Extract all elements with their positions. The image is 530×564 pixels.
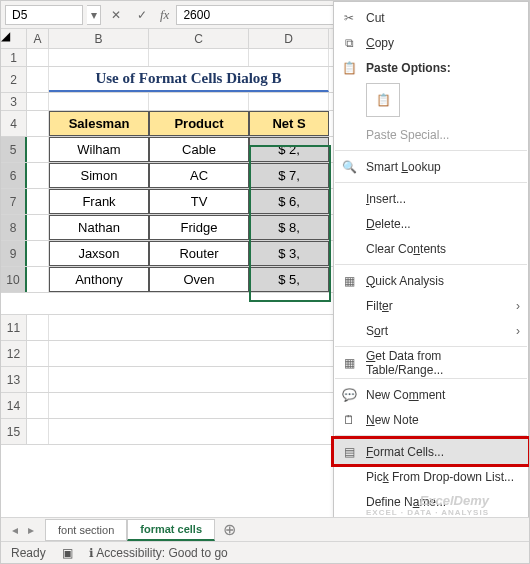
status-ready: Ready <box>11 546 46 560</box>
search-icon: 🔍 <box>340 158 358 176</box>
quick-analysis-icon: ▦ <box>340 272 358 290</box>
row-header[interactable]: 3 <box>1 93 27 110</box>
tab-nav-prev[interactable]: ◂ <box>7 523 23 537</box>
sheet-tabs: ◂ ▸ font section format cells ⊕ <box>1 517 529 541</box>
comment-icon: 💬 <box>340 386 358 404</box>
cell[interactable]: AC <box>149 163 249 188</box>
cell[interactable]: Frank <box>49 189 149 214</box>
col-header-d[interactable]: D <box>249 29 329 48</box>
cell[interactable]: Router <box>149 241 249 266</box>
clipboard-icon: 📋 <box>366 83 400 117</box>
format-cells-icon: ▤ <box>340 443 358 461</box>
status-accessibility[interactable]: ℹ Accessibility: Good to go <box>89 546 228 560</box>
row-header[interactable]: 11 <box>1 315 27 340</box>
cell[interactable]: $ 3, <box>249 241 329 266</box>
paste-icon: 📋 <box>340 59 358 77</box>
copy-icon: ⧉ <box>340 34 358 52</box>
chevron-right-icon: › <box>516 299 520 313</box>
menu-new-note[interactable]: 🗒New Note <box>334 407 528 432</box>
row-header[interactable]: 12 <box>1 341 27 366</box>
select-all-corner[interactable]: ◢ <box>1 29 27 48</box>
menu-sort[interactable]: Sort› <box>334 318 528 343</box>
menu-format-cells[interactable]: ▤Format Cells... <box>334 439 528 464</box>
page-title: Use of Format Cells Dialog B <box>95 70 281 87</box>
cell[interactable]: $ 2, <box>249 137 329 162</box>
cut-icon: ✂ <box>340 9 358 27</box>
menu-paste-special: Paste Special... <box>334 122 528 147</box>
cell[interactable]: Anthony <box>49 267 149 292</box>
menu-pick-dropdown[interactable]: Pick From Drop-down List... <box>334 464 528 489</box>
table-header[interactable]: Net S <box>249 111 329 136</box>
menu-paste-option-default: 📋 <box>334 80 528 122</box>
menu-new-comment[interactable]: 💬New Comment <box>334 382 528 407</box>
sheet-tab-format-cells[interactable]: format cells <box>127 519 215 541</box>
row-header[interactable]: 10 <box>1 267 27 292</box>
row-header[interactable]: 4 <box>1 111 27 136</box>
menu-quick-analysis[interactable]: ▦Quick Analysis <box>334 268 528 293</box>
menu-delete[interactable]: Delete... <box>334 211 528 236</box>
sheet-tab-font-section[interactable]: font section <box>45 519 127 541</box>
tab-nav-next[interactable]: ▸ <box>23 523 39 537</box>
menu-cut[interactable]: ✂Cut <box>334 5 528 30</box>
row-header[interactable]: 14 <box>1 393 27 418</box>
cell[interactable]: Nathan <box>49 215 149 240</box>
name-box-dropdown[interactable]: ▾ <box>87 5 101 25</box>
menu-define-name[interactable]: Define Name... <box>334 489 528 514</box>
menu-filter[interactable]: Filter› <box>334 293 528 318</box>
menu-get-data-table[interactable]: ▦Get Data from Table/Range... <box>334 350 528 375</box>
row-header[interactable]: 9 <box>1 241 27 266</box>
row-header[interactable]: 15 <box>1 419 27 444</box>
col-header-a[interactable]: A <box>27 29 49 48</box>
cancel-fx-button[interactable]: ✕ <box>105 5 127 25</box>
menu-smart-lookup[interactable]: 🔍Smart Lookup <box>334 154 528 179</box>
cell[interactable]: Simon <box>49 163 149 188</box>
row-header[interactable]: 2 <box>1 67 27 92</box>
menu-paste-options-label: 📋Paste Options: <box>334 55 528 80</box>
row-header[interactable]: 6 <box>1 163 27 188</box>
menu-clear-contents[interactable]: Clear Contents <box>334 236 528 261</box>
row-header[interactable]: 13 <box>1 367 27 392</box>
table-icon: ▦ <box>340 354 358 372</box>
status-bar: Ready ▣ ℹ Accessibility: Good to go <box>1 541 529 563</box>
menu-insert[interactable]: Insert... <box>334 186 528 211</box>
col-header-c[interactable]: C <box>149 29 249 48</box>
cell[interactable]: Wilham <box>49 137 149 162</box>
macro-record-icon[interactable]: ▣ <box>62 546 73 560</box>
table-header[interactable]: Product <box>149 111 249 136</box>
row-header[interactable]: 5 <box>1 137 27 162</box>
menu-copy[interactable]: ⧉Copy <box>334 30 528 55</box>
cell[interactable]: Fridge <box>149 215 249 240</box>
cell[interactable]: Jaxson <box>49 241 149 266</box>
context-menu: ✂Cut ⧉Copy 📋Paste Options: 📋 Paste Speci… <box>333 1 529 543</box>
add-sheet-button[interactable]: ⊕ <box>215 520 244 539</box>
col-header-b[interactable]: B <box>49 29 149 48</box>
cell[interactable]: $ 7, <box>249 163 329 188</box>
row-header[interactable]: 8 <box>1 215 27 240</box>
cell[interactable]: $ 5, <box>249 267 329 292</box>
cell[interactable]: TV <box>149 189 249 214</box>
row-header[interactable]: 7 <box>1 189 27 214</box>
cell[interactable]: Oven <box>149 267 249 292</box>
row-header[interactable]: 1 <box>1 49 27 66</box>
name-box[interactable]: D5 <box>5 5 83 25</box>
table-header[interactable]: Salesman <box>49 111 149 136</box>
note-icon: 🗒 <box>340 411 358 429</box>
cell[interactable]: $ 6, <box>249 189 329 214</box>
cell[interactable]: Cable <box>149 137 249 162</box>
cell[interactable]: $ 8, <box>249 215 329 240</box>
fx-label: fx <box>157 7 172 23</box>
enter-fx-button[interactable]: ✓ <box>131 5 153 25</box>
chevron-right-icon: › <box>516 324 520 338</box>
